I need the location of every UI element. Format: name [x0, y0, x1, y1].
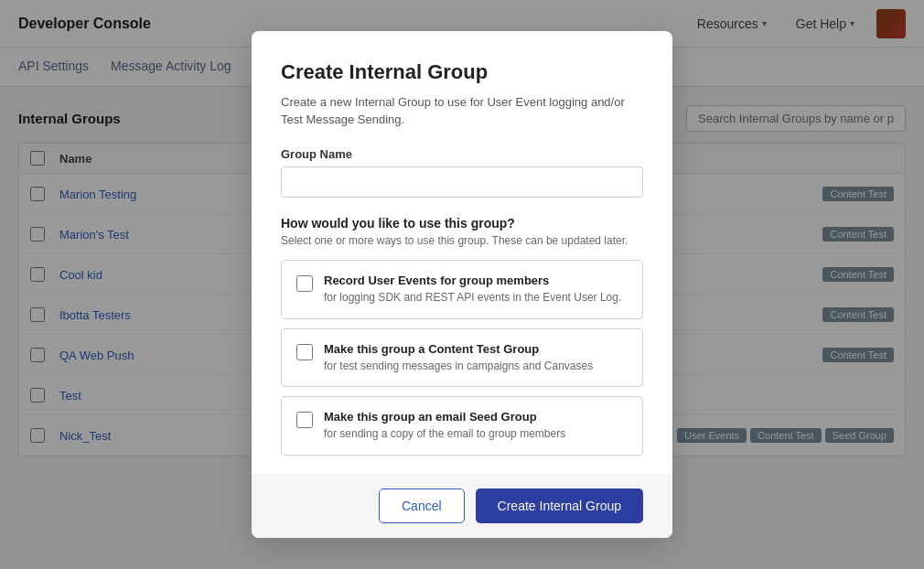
- option-record-events-title: Record User Events for group members: [324, 274, 621, 287]
- usage-subtitle: Select one or more ways to use this grou…: [281, 234, 643, 247]
- option-content-test-desc: for test sending messages in campaigns a…: [324, 359, 593, 374]
- option-record-events[interactable]: Record User Events for group members for…: [281, 260, 643, 319]
- modal-subtitle: Create a new Internal Group to use for U…: [281, 93, 643, 129]
- create-internal-group-button[interactable]: Create Internal Group: [476, 488, 643, 523]
- group-name-input[interactable]: [281, 166, 643, 198]
- option-content-test-text: Make this group a Content Test Group for…: [324, 342, 593, 374]
- option-seed-group-checkbox[interactable]: [296, 412, 313, 428]
- group-name-form-group: Group Name: [281, 147, 643, 198]
- option-record-events-desc: for logging SDK and REST API events in t…: [324, 290, 621, 306]
- option-content-test-checkbox[interactable]: [296, 344, 313, 360]
- option-seed-group-desc: for sending a copy of the email to group…: [324, 426, 565, 442]
- usage-title: How would you like to use this group?: [281, 216, 643, 231]
- option-content-test-title: Make this group a Content Test Group: [324, 342, 593, 356]
- modal-overlay: Create Internal Group Create a new Inter…: [0, 0, 924, 569]
- option-seed-group-text: Make this group an email Seed Group for …: [324, 410, 565, 442]
- option-content-test[interactable]: Make this group a Content Test Group for…: [281, 328, 643, 388]
- option-record-events-text: Record User Events for group members for…: [324, 274, 621, 306]
- option-seed-group[interactable]: Make this group an email Seed Group for …: [281, 396, 643, 456]
- option-seed-group-title: Make this group an email Seed Group: [324, 410, 565, 424]
- usage-section: How would you like to use this group? Se…: [281, 216, 643, 456]
- option-record-events-checkbox[interactable]: [296, 275, 313, 292]
- group-name-label: Group Name: [281, 147, 643, 161]
- create-internal-group-modal: Create Internal Group Create a new Inter…: [252, 31, 672, 538]
- cancel-button[interactable]: Cancel: [379, 488, 465, 523]
- modal-footer: Cancel Create Internal Group: [252, 474, 672, 538]
- modal-title: Create Internal Group: [281, 60, 643, 84]
